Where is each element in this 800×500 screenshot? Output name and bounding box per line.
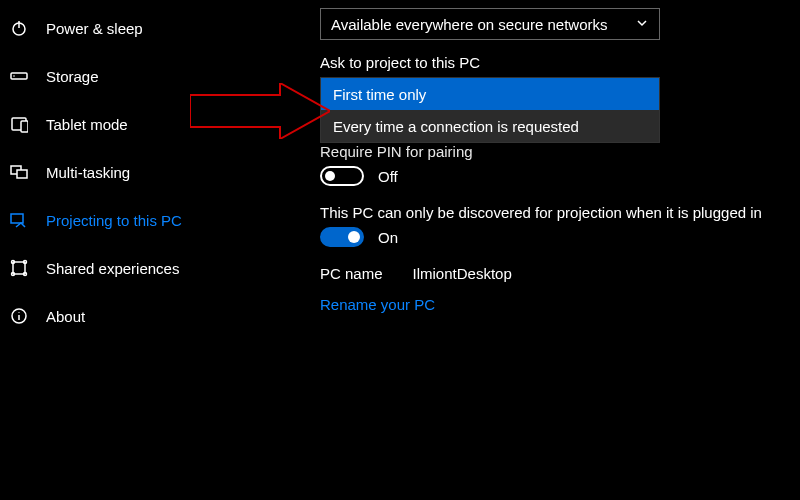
- sidebar-item-label: Projecting to this PC: [46, 212, 182, 229]
- sidebar-item-tablet-mode[interactable]: Tablet mode: [0, 100, 320, 148]
- sidebar-item-shared-experiences[interactable]: Shared experiences: [0, 244, 320, 292]
- require-pin-toggle[interactable]: [320, 166, 364, 186]
- settings-sidebar: Power & sleep Storage Tablet mode Multi-…: [0, 0, 320, 500]
- tablet-icon: [10, 115, 28, 133]
- svg-rect-5: [21, 121, 28, 132]
- projecting-icon: [10, 211, 28, 229]
- sidebar-item-storage[interactable]: Storage: [0, 52, 320, 100]
- sidebar-item-multitasking[interactable]: Multi-tasking: [0, 148, 320, 196]
- sidebar-item-projecting[interactable]: Projecting to this PC: [0, 196, 320, 244]
- require-pin-state: Off: [378, 168, 398, 185]
- sidebar-item-label: Shared experiences: [46, 260, 179, 277]
- sidebar-item-about[interactable]: About: [0, 292, 320, 340]
- multitask-icon: [10, 163, 28, 181]
- sidebar-item-label: Multi-tasking: [46, 164, 130, 181]
- availability-dropdown[interactable]: Available everywhere on secure networks: [320, 8, 660, 40]
- chevron-down-icon: [635, 16, 649, 33]
- sidebar-item-label: Power & sleep: [46, 20, 143, 37]
- sidebar-item-label: Tablet mode: [46, 116, 128, 133]
- discover-state: On: [378, 229, 398, 246]
- svg-point-19: [18, 312, 19, 313]
- discover-toggle[interactable]: [320, 227, 364, 247]
- svg-rect-7: [17, 170, 27, 178]
- availability-dropdown-value: Available everywhere on secure networks: [331, 16, 608, 33]
- sidebar-item-label: Storage: [46, 68, 99, 85]
- pc-name-value: IlmiontDesktop: [413, 265, 512, 282]
- storage-icon: [10, 67, 28, 85]
- sidebar-item-power-sleep[interactable]: Power & sleep: [0, 4, 320, 52]
- about-icon: [10, 307, 28, 325]
- toggle-knob: [348, 231, 360, 243]
- require-pin-label: Require PIN for pairing: [320, 143, 800, 160]
- sidebar-item-label: About: [46, 308, 85, 325]
- main-content: Available everywhere on secure networks …: [320, 0, 800, 500]
- ask-project-dropdown[interactable]: First time only Every time a connection …: [320, 77, 660, 143]
- rename-pc-link[interactable]: Rename your PC: [320, 296, 435, 313]
- shared-icon: [10, 259, 28, 277]
- ask-project-option-first-time[interactable]: First time only: [321, 78, 659, 110]
- toggle-knob: [325, 171, 335, 181]
- svg-point-3: [13, 75, 15, 77]
- pc-name-label: PC name: [320, 265, 383, 282]
- power-icon: [10, 19, 28, 37]
- svg-rect-8: [11, 214, 23, 223]
- ask-project-label: Ask to project to this PC: [320, 54, 800, 71]
- discover-label: This PC can only be discovered for proje…: [320, 204, 800, 221]
- ask-project-option-every-time[interactable]: Every time a connection is requested: [321, 110, 659, 142]
